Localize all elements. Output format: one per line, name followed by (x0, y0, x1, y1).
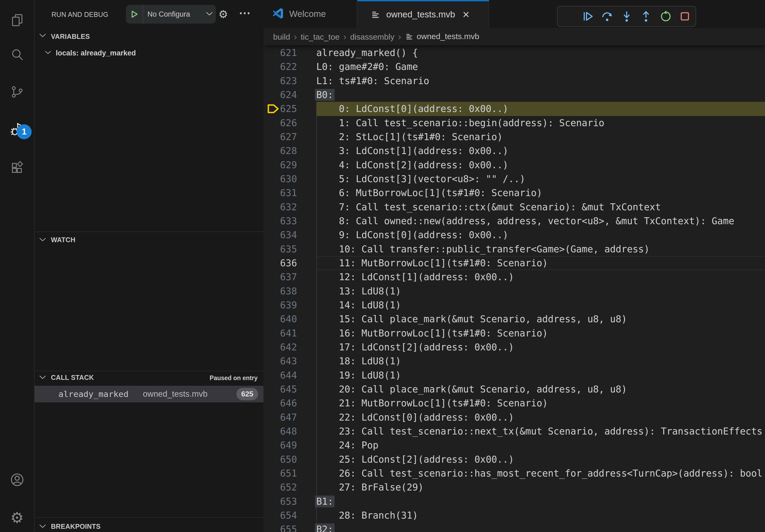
breadcrumb-file[interactable]: owned_tests.mvb (417, 32, 479, 41)
code-line[interactable]: 629 4: LdConst[2](address: 0x00..) (264, 158, 765, 172)
search-icon[interactable] (0, 40, 34, 70)
gutter[interactable]: 646 (264, 396, 316, 410)
step-out-button[interactable] (637, 8, 655, 25)
gutter[interactable]: 626 (264, 116, 316, 130)
gutter[interactable]: 650 (264, 452, 316, 466)
code-line[interactable]: 649 24: Pop (264, 438, 765, 452)
gutter[interactable]: 640 (264, 312, 316, 326)
gutter[interactable]: 644 (264, 368, 316, 382)
code-line[interactable]: 626 1: Call test_scenario::begin(address… (264, 116, 765, 130)
restart-button[interactable] (657, 8, 674, 25)
code-line[interactable]: 653B1: (264, 494, 765, 508)
gutter[interactable]: 635 (264, 242, 316, 256)
locals-scope-row[interactable]: locals: already_marked (56, 49, 136, 57)
gutter[interactable]: 655 (264, 522, 316, 532)
gutter[interactable]: 639 (264, 298, 316, 312)
step-into-button[interactable] (618, 8, 635, 25)
continue-button[interactable] (579, 8, 596, 25)
call-stack-frame-row[interactable]: already_marked owned_tests.mvb 625 (35, 386, 264, 402)
code-line[interactable]: 623L1: ts#1#0: Scenario (264, 74, 765, 88)
settings-gear-icon[interactable]: ⚙ (0, 503, 34, 532)
gutter[interactable]: 631 (264, 186, 316, 200)
code-line[interactable]: 643 18: LdU8(1) (264, 354, 765, 368)
breadcrumb-item[interactable]: disassembly (350, 32, 394, 41)
account-icon[interactable] (0, 465, 34, 494)
step-over-button[interactable] (598, 8, 616, 25)
code-line[interactable]: 633 8: Call owned::new(address, address,… (264, 214, 765, 228)
call-stack-section-header[interactable]: CALL STACK (51, 374, 94, 382)
gutter[interactable]: 637 (264, 270, 316, 284)
stop-button[interactable] (676, 8, 693, 25)
launch-configuration-dropdown[interactable]: No Configura (126, 5, 216, 24)
gutter[interactable]: 651 (264, 466, 316, 480)
gutter[interactable]: 645 (264, 382, 316, 396)
code-line[interactable]: 637 12: LdConst[1](address: 0x00..) (264, 270, 765, 284)
code-line[interactable]: 625 0: LdConst[0](address: 0x00..) (264, 102, 765, 116)
source-control-icon[interactable] (0, 77, 34, 107)
code-line[interactable]: 655B2: (264, 522, 765, 532)
gutter[interactable]: 633 (264, 214, 316, 228)
gutter[interactable]: 623 (264, 74, 316, 88)
debug-settings-gear-icon[interactable]: ⚙ (219, 8, 228, 20)
code-line[interactable]: 631 6: MutBorrowLoc[1](ts#1#0: Scenario) (264, 186, 765, 200)
gutter[interactable]: 628 (264, 144, 316, 158)
code-line[interactable]: 651 26: Call test_scenario::has_most_rec… (264, 466, 765, 480)
code-line[interactable]: 634 9: LdConst[0](address: 0x00..) (264, 228, 765, 242)
run-and-debug-icon[interactable]: 1 (0, 115, 34, 144)
code-line[interactable]: 650 25: LdConst[2](address: 0x00..) (264, 452, 765, 466)
gutter[interactable]: 624 (264, 88, 316, 102)
gutter[interactable]: 643 (264, 354, 316, 368)
gutter[interactable]: 632 (264, 200, 316, 214)
code-line[interactable]: 622L0: game#2#0: Game (264, 60, 765, 74)
breadcrumb-item[interactable]: build (273, 32, 290, 41)
gutter[interactable]: 630 (264, 172, 316, 186)
code-line[interactable]: 630 5: LdConst[3](vector<u8>: "" /..) (264, 172, 765, 186)
gutter[interactable]: 622 (264, 60, 316, 74)
tab-welcome[interactable]: Welcome (264, 0, 357, 28)
gutter[interactable]: 629 (264, 158, 316, 172)
code-line[interactable]: 646 21: MutBorrowLoc[1](ts#1#0: Scenario… (264, 396, 765, 410)
watch-section-header[interactable]: WATCH (51, 236, 75, 244)
code-line[interactable]: 627 2: StLoc[1](ts#1#0: Scenario) (264, 130, 765, 144)
gutter[interactable]: 653 (264, 494, 316, 508)
code-line[interactable]: 647 22: LdConst[0](address: 0x00..) (264, 410, 765, 424)
breadcrumb-item[interactable]: tic_tac_toe (301, 32, 340, 41)
gutter[interactable]: 625 (264, 102, 316, 116)
code-line[interactable]: 641 16: MutBorrowLoc[1](ts#1#0: Scenario… (264, 326, 765, 340)
gutter[interactable]: 652 (264, 480, 316, 494)
code-line[interactable]: 638 13: LdU8(1) (264, 284, 765, 298)
gutter[interactable]: 642 (264, 340, 316, 354)
gutter[interactable]: 649 (264, 438, 316, 452)
gutter[interactable]: 638 (264, 284, 316, 298)
gutter[interactable]: 654 (264, 508, 316, 522)
code-line[interactable]: 635 10: Call transfer::public_transfer<G… (264, 242, 765, 256)
code-line[interactable]: 624B0: (264, 88, 765, 102)
code-line[interactable]: 632 7: Call test_scenario::ctx(&mut Scen… (264, 200, 765, 214)
breakpoints-section-header[interactable]: BREAKPOINTS (51, 523, 101, 530)
extensions-icon[interactable] (0, 153, 34, 183)
close-tab-icon[interactable]: × (463, 9, 469, 20)
start-debug-icon[interactable] (126, 10, 143, 19)
code-line[interactable]: 645 20: Call place_mark(&mut Scenario, a… (264, 382, 765, 396)
code-line[interactable]: 644 19: LdU8(1) (264, 368, 765, 382)
variables-chevron-icon[interactable] (39, 33, 46, 39)
code-line[interactable]: 654 28: Branch(31) (264, 508, 765, 522)
code-line[interactable]: 648 23: Call test_scenario::next_tx(&mut… (264, 424, 765, 438)
code-line[interactable]: 639 14: LdU8(1) (264, 298, 765, 312)
code-editor[interactable]: 621already_marked() {622L0: game#2#0: Ga… (264, 45, 765, 532)
more-actions-icon[interactable]: ⋯ (239, 6, 251, 20)
code-line[interactable]: 636 11: MutBorrowLoc[1](ts#1#0: Scenario… (264, 256, 765, 270)
watch-chevron-icon[interactable] (39, 237, 46, 243)
gutter[interactable]: 634 (264, 228, 316, 242)
gutter[interactable]: 621 (264, 46, 316, 60)
code-line[interactable]: 628 3: LdConst[1](address: 0x00..) (264, 144, 765, 158)
variables-section-header[interactable]: VARIABLES (51, 33, 90, 40)
code-line[interactable]: 652 27: BrFalse(29) (264, 480, 765, 494)
call-stack-chevron-icon[interactable] (39, 375, 46, 381)
locals-chevron-icon[interactable] (45, 50, 51, 56)
gutter[interactable]: 627 (264, 130, 316, 144)
toolbar-drag-gripper[interactable] (560, 8, 577, 25)
explorer-icon[interactable] (0, 5, 34, 35)
gutter[interactable]: 647 (264, 410, 316, 424)
tab-owned-tests[interactable]: owned_tests.mvb × (357, 0, 489, 28)
